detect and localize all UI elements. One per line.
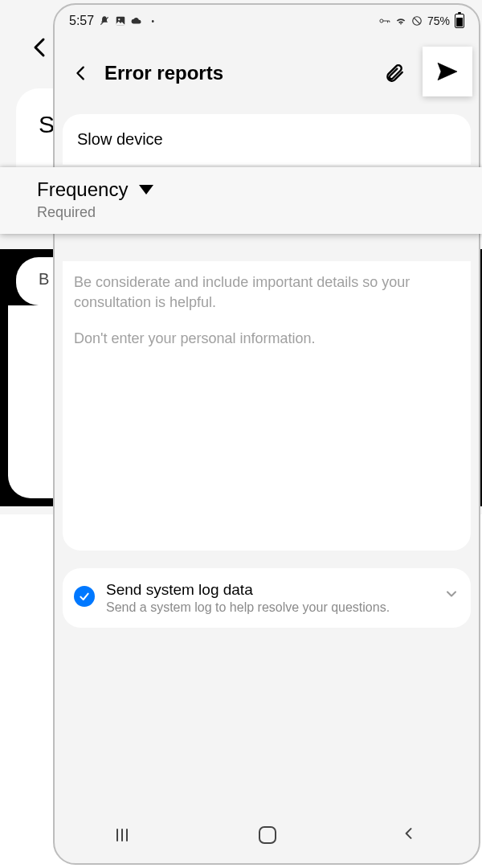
frequency-required-hint: Required <box>37 204 445 221</box>
cloud-icon <box>131 15 142 27</box>
description-input[interactable]: Be considerate and include important det… <box>63 261 471 551</box>
back-button[interactable] <box>69 61 93 85</box>
description-placeholder-line1: Be considerate and include important det… <box>74 272 460 313</box>
status-time: 5:57 <box>69 14 94 28</box>
syslog-checkbox[interactable] <box>74 586 95 607</box>
frequency-dropdown[interactable]: Frequency Required <box>0 167 482 234</box>
paperclip-icon <box>384 63 405 84</box>
error-report-modal: 5:57 • 75% <box>53 3 480 865</box>
category-field[interactable]: Slow device <box>63 114 471 165</box>
background-letter-b: B <box>39 270 49 289</box>
send-system-log-row[interactable]: Send system log data Send a system log t… <box>63 568 471 628</box>
caret-down-icon <box>139 185 153 194</box>
syslog-title: Send system log data <box>106 581 390 599</box>
description-placeholder-line2: Don't enter your personal information. <box>74 329 460 349</box>
send-button[interactable] <box>423 47 472 96</box>
background-letter-s: S <box>39 111 55 138</box>
page-title: Error reports <box>104 62 223 84</box>
dot-icon: • <box>147 15 158 27</box>
battery-icon <box>455 14 464 28</box>
chevron-left-icon <box>401 825 417 841</box>
app-header: Error reports <box>55 37 479 114</box>
image-icon <box>115 15 126 27</box>
frequency-label: Frequency <box>37 178 128 201</box>
background-back-chevron <box>32 35 48 65</box>
vpn-key-icon <box>379 15 390 27</box>
no-sim-icon <box>411 15 423 27</box>
wifi-icon <box>395 15 406 27</box>
mute-icon <box>99 15 110 27</box>
svg-point-2 <box>118 18 120 20</box>
send-icon <box>435 59 460 84</box>
status-bar: 5:57 • 75% <box>55 5 479 37</box>
nav-back-button[interactable] <box>401 825 417 845</box>
chevron-down-icon <box>443 586 460 602</box>
nav-recents-button[interactable] <box>116 829 134 841</box>
syslog-expand[interactable] <box>443 586 460 605</box>
check-icon <box>78 590 91 603</box>
nav-home-button[interactable] <box>259 826 276 844</box>
system-navigation-bar <box>55 815 479 855</box>
syslog-subtitle: Send a system log to help resolve your q… <box>106 600 390 615</box>
svg-point-3 <box>380 19 383 23</box>
svg-line-8 <box>414 18 420 24</box>
category-value: Slow device <box>77 130 163 148</box>
battery-percentage: 75% <box>427 14 450 27</box>
attach-button[interactable] <box>382 61 406 85</box>
